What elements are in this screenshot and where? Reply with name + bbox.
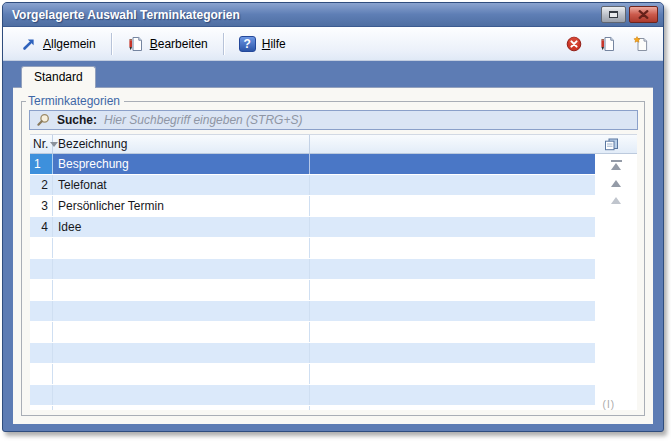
- table-row-empty: [30, 343, 637, 364]
- table-row-empty: [30, 301, 637, 322]
- move-to-top-button[interactable]: [611, 160, 622, 170]
- dialog-window: Vorgelagerte Auswahl Terminkategorien Al…: [2, 2, 664, 432]
- table-row-empty: [30, 259, 637, 280]
- tab-panel: Terminkategorien Suche: Hier Suchbegriff…: [13, 87, 653, 424]
- tab-strip: Standard: [13, 66, 653, 87]
- allgemein-button[interactable]: Allgemein: [13, 32, 104, 56]
- cell-nr: 2: [30, 175, 53, 195]
- terminkategorien-groupbox: Terminkategorien Suche: Hier Suchbegriff…: [21, 101, 645, 416]
- client-area: Standard Terminkategorien Suche: Hier Su…: [3, 61, 663, 431]
- bearbeiten-label: earbeiten: [158, 37, 208, 51]
- move-up-page-button[interactable]: [611, 197, 621, 204]
- move-to-top-icon: [611, 160, 622, 162]
- toolbar: Allgemein Bearbeiten ? Hilfe: [3, 27, 663, 61]
- table-row-empty: [30, 280, 637, 301]
- bearbeiten-label-accel: B: [150, 37, 158, 51]
- hilfe-button[interactable]: ? Hilfe: [231, 32, 294, 56]
- table-row-empty: [30, 364, 637, 385]
- row-move-controls: [609, 160, 623, 204]
- table-ghost-area: [30, 406, 637, 410]
- search-label: Suche:: [57, 113, 97, 127]
- toolbar-separator: [111, 33, 112, 55]
- bearbeiten-button[interactable]: Bearbeiten: [119, 32, 216, 56]
- cell-bezeichnung: Telefonat: [53, 175, 310, 195]
- allgemein-label: llgemein: [51, 37, 96, 51]
- restore-icon: [609, 11, 618, 18]
- table-body: 1 Besprechung 2 Telefonat: [30, 154, 637, 410]
- search-placeholder: Hier Suchbegriff eingeben (STRG+S): [104, 113, 302, 127]
- categories-table: Nr. Bezeichnung: [30, 134, 637, 410]
- titlebar-buttons: [601, 6, 658, 23]
- new-document-icon: [633, 36, 650, 52]
- close-button[interactable]: [629, 6, 658, 23]
- window-title: Vorgelagerte Auswahl Terminkategorien: [12, 8, 240, 22]
- move-up-icon: [611, 180, 621, 187]
- column-header-filler: [310, 135, 595, 153]
- table-row[interactable]: 4 Idee: [30, 217, 637, 238]
- column-header-nr[interactable]: Nr.: [30, 135, 53, 153]
- move-up-page-icon: [611, 197, 621, 204]
- column-header-nr-label: Nr.: [33, 137, 48, 151]
- column-header-bezeichnung[interactable]: Bezeichnung: [53, 135, 310, 153]
- cell-bezeichnung: Besprechung: [53, 154, 310, 174]
- titlebar[interactable]: Vorgelagerte Auswahl Terminkategorien: [3, 3, 663, 27]
- column-chooser-button[interactable]: [604, 137, 619, 155]
- cell-bezeichnung: Persönlicher Termin: [53, 196, 310, 216]
- resize-indicator: (I): [603, 399, 615, 410]
- cell-bezeichnung: Idee: [53, 217, 310, 237]
- delete-button[interactable]: [563, 33, 585, 55]
- restore-button[interactable]: [601, 6, 626, 23]
- table-header: Nr. Bezeichnung: [30, 134, 637, 154]
- table-row-empty: [30, 385, 637, 406]
- help-icon: ?: [239, 36, 256, 52]
- move-up-button[interactable]: [611, 180, 621, 187]
- table-row-empty: [30, 322, 637, 343]
- hilfe-label: ilfe: [270, 37, 285, 51]
- close-icon: [638, 10, 649, 19]
- toolbar-separator: [223, 33, 224, 55]
- table-row[interactable]: 1 Besprechung: [30, 154, 637, 175]
- cell-nr: 3: [30, 196, 53, 216]
- edit-document-icon: [599, 36, 616, 52]
- groupbox-content: Suche: Hier Suchbegriff eingeben (STRG+S…: [29, 110, 638, 410]
- cell-nr: 4: [30, 217, 53, 237]
- groupbox-label: Terminkategorien: [26, 94, 124, 108]
- delete-icon: [566, 36, 582, 52]
- cell-nr: 1: [30, 154, 53, 174]
- search-input[interactable]: Suche: Hier Suchbegriff eingeben (STRG+S…: [29, 110, 638, 130]
- new-record-button[interactable]: [630, 33, 653, 55]
- table-row-empty: [30, 238, 637, 259]
- table-row[interactable]: 2 Telefonat: [30, 175, 637, 196]
- search-icon: [36, 113, 50, 127]
- allgemein-label-accel: A: [43, 37, 51, 51]
- column-header-bezeichnung-label: Bezeichnung: [58, 137, 127, 151]
- edit-document-icon: [127, 36, 144, 52]
- arrow-ne-icon: [21, 36, 37, 52]
- table-row[interactable]: 3 Persönlicher Termin: [30, 196, 637, 217]
- tab-standard[interactable]: Standard: [21, 66, 96, 88]
- column-chooser-icon: [604, 138, 619, 151]
- edit-record-button[interactable]: [596, 33, 619, 55]
